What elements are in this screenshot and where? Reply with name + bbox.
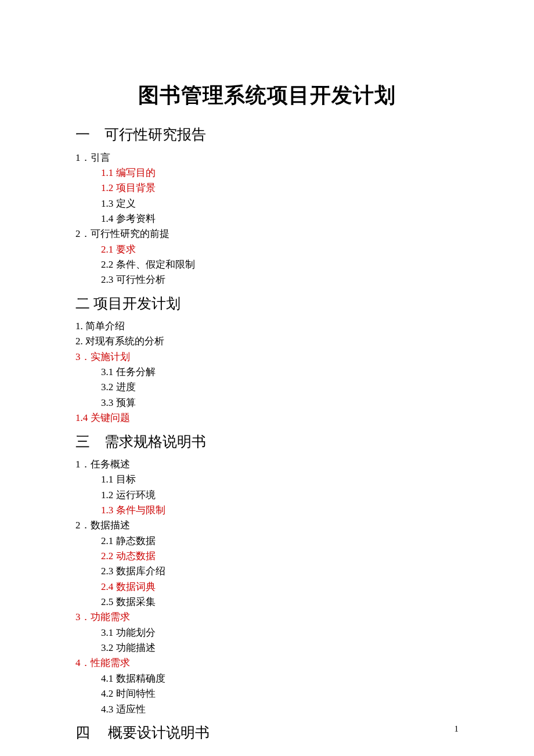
toc-entry: 4.2 时间特性 bbox=[101, 686, 459, 701]
section-heading: 二 项目开发计划 bbox=[75, 293, 459, 315]
toc-entry: 1.2 运行环境 bbox=[101, 488, 459, 503]
toc-entry: 4．性能需求 bbox=[75, 656, 459, 671]
toc-entry: 2.1 要求 bbox=[101, 242, 459, 257]
section-heading: 四 概要设计说明书 bbox=[75, 722, 459, 744]
toc-entry: 3．功能需求 bbox=[75, 610, 459, 625]
table-of-contents: 一 可行性研究报告1．引言1.1 编写目的1.2 项目背景1.3 定义1.4 参… bbox=[75, 124, 459, 743]
toc-entry: 1.4 参考资料 bbox=[101, 211, 459, 226]
toc-entry: 1．任务概述 bbox=[75, 457, 459, 472]
toc-entry: 3.1 功能划分 bbox=[101, 625, 459, 640]
toc-entry: 1.2 项目背景 bbox=[101, 181, 459, 196]
toc-entry: 2.1 静态数据 bbox=[101, 534, 459, 549]
toc-entry: 3.3 预算 bbox=[101, 395, 459, 411]
toc-entry: 1.4 关键问题 bbox=[75, 411, 459, 426]
toc-entry: 3.1 任务分解 bbox=[101, 365, 459, 380]
page-number: 1 bbox=[454, 724, 459, 734]
toc-entry: 2.2 动态数据 bbox=[101, 549, 459, 564]
toc-entry: 1．引言 bbox=[75, 150, 459, 165]
toc-entry: 1.3 条件与限制 bbox=[101, 503, 459, 518]
section-heading: 一 可行性研究报告 bbox=[75, 124, 459, 146]
toc-entry: 2.4 数据词典 bbox=[101, 579, 459, 595]
toc-entry: 3.2 功能描述 bbox=[101, 640, 459, 656]
toc-entry: 3．实施计划 bbox=[75, 350, 459, 365]
toc-entry: 2.5 数据采集 bbox=[101, 595, 459, 610]
toc-entry: 2.3 可行性分析 bbox=[101, 272, 459, 287]
toc-entry: 1. 简单介绍 bbox=[75, 319, 459, 334]
toc-entry: 1.3 定义 bbox=[101, 196, 459, 211]
toc-entry: 4.3 适应性 bbox=[101, 702, 459, 717]
toc-entry: 2．可行性研究的前提 bbox=[75, 226, 459, 242]
toc-entry: 2. 对现有系统的分析 bbox=[75, 334, 459, 349]
toc-entry: 1.1 目标 bbox=[101, 472, 459, 487]
toc-entry: 3.2 进度 bbox=[101, 380, 459, 395]
toc-entry: 2.3 数据库介绍 bbox=[101, 564, 459, 579]
toc-entry: 1.1 编写目的 bbox=[101, 165, 459, 181]
document-title: 图书管理系统项目开发计划 bbox=[75, 81, 459, 110]
toc-entry: 2.2 条件、假定和限制 bbox=[101, 257, 459, 272]
toc-entry: 4.1 数据精确度 bbox=[101, 671, 459, 686]
section-heading: 三 需求规格说明书 bbox=[75, 431, 459, 453]
toc-entry: 2．数据描述 bbox=[75, 518, 459, 533]
